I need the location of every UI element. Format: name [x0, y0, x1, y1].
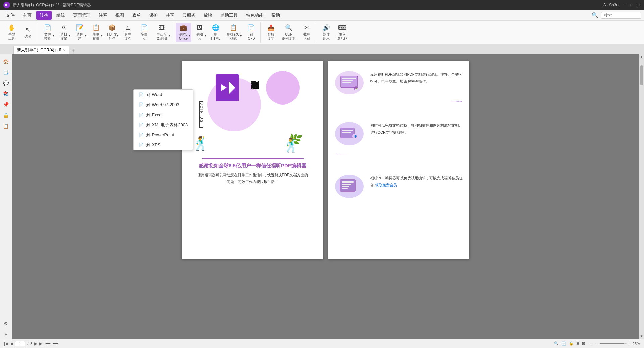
right-scrollbar[interactable]: ▲ ▼ — [639, 54, 644, 339]
from-create-button[interactable]: 📝 从创建 — [72, 23, 88, 42]
sidebar-icon-settings[interactable]: ⚙ — [1, 319, 11, 328]
dropdown-to-xps[interactable]: 📄 到 XPS — [134, 140, 193, 150]
last-page-button[interactable]: ▶| — [39, 341, 43, 346]
blank-page-button[interactable]: 📄 空白页 — [137, 23, 152, 42]
file-convert-button[interactable]: 📄 文件转换 — [40, 23, 55, 42]
dropdown-to-excel[interactable]: 📄 到 Excel — [134, 110, 193, 120]
ocr-label: OCR识别文本 — [282, 32, 296, 41]
to-ofd-button[interactable]: 📄 到OFD — [244, 23, 259, 42]
ocr-button[interactable]: 🔍 OCR识别文本 — [279, 23, 298, 42]
menu-share[interactable]: 共享 — [162, 11, 178, 20]
export-label: 导出全部副图 — [157, 32, 167, 41]
to-ms-office-button[interactable]: 💼 到MSOffice — [176, 23, 191, 42]
extract-text-label: 提取文字 — [268, 32, 274, 41]
menu-convert[interactable]: 转换 — [36, 11, 52, 20]
menu-help[interactable]: 帮助 — [268, 11, 283, 20]
pdf-container[interactable]: 欢迎来到福昕 JOIN US 🌿 🕺 🕺 感谢您如全球6.5亿用户一样信任福 — [12, 54, 639, 339]
scroll-up-button[interactable]: ▲ — [640, 55, 643, 59]
page2-content: ☕ 应用福昕PDF编辑器对PDF文档进行编辑、注释、合并和拆分、电子签章、加密解… — [328, 61, 469, 208]
menu-page[interactable]: 页面管理 — [70, 11, 94, 20]
file-convert-icon: 📄 — [44, 24, 51, 31]
dropdown-to-word[interactable]: 📄 到 Word — [134, 90, 193, 100]
sidebar-icon-home[interactable]: 🏠 — [1, 57, 11, 66]
next-page-button[interactable]: ▶ — [34, 341, 37, 346]
menu-file[interactable]: 文件 — [3, 11, 18, 20]
tab-pdf[interactable]: 新人引导(1)_OCR(4).pdf ✕ — [13, 46, 69, 54]
search-input[interactable] — [601, 12, 641, 19]
dropdown-to-powerpoint[interactable]: 📄 到 PowerPoint — [134, 130, 193, 140]
word-icon: 📄 — [139, 92, 144, 97]
form-convert-button[interactable]: 📋 表单转换 — [88, 23, 104, 42]
tab-close-button[interactable]: ✕ — [63, 48, 66, 52]
svg-rect-3 — [342, 80, 353, 81]
screenshot-button[interactable]: ✂ 截屏识别 — [299, 23, 314, 42]
menu-present[interactable]: 放映 — [200, 11, 216, 20]
close-button[interactable]: ✕ — [636, 3, 641, 7]
sidebar-icon-forms[interactable]: 📋 — [1, 121, 11, 131]
tab-add-button[interactable]: + — [69, 46, 77, 54]
zoom-control[interactable]: ─ + — [596, 342, 630, 346]
extract-text-button[interactable]: 📤 提取文字 — [263, 23, 279, 42]
hand-tool-button[interactable]: ✋ 手型工具 — [4, 23, 19, 42]
export-images-button[interactable]: 🖼 导出全部副图 — [153, 23, 171, 42]
status-icon-search[interactable]: 🔍 — [554, 341, 559, 346]
to-image-button[interactable]: 🖼 到图片 — [192, 23, 207, 42]
menu-protect[interactable]: 保护 — [146, 11, 161, 20]
read-aloud-button[interactable]: 🔊 朗读用水 — [319, 23, 334, 42]
extract-text-icon: 📤 — [267, 24, 275, 31]
sidebar-icon-attachments[interactable]: 📌 — [1, 100, 11, 109]
menu-view[interactable]: 视图 — [112, 11, 127, 20]
menu-feature[interactable]: 特色功能 — [243, 11, 267, 20]
menu-annotate[interactable]: 注释 — [95, 11, 111, 20]
merge-button[interactable]: 🗂 合并文档 — [120, 23, 136, 42]
activate-button[interactable]: ⌨ 输入激活码 — [335, 23, 350, 42]
window-controls[interactable]: ─ □ ✕ — [623, 3, 641, 7]
scroll-down-button[interactable]: ▼ — [640, 334, 643, 338]
sidebar-icon-comments[interactable]: 💬 — [1, 78, 11, 88]
status-icon-page[interactable]: 📄 — [561, 341, 566, 346]
sidebar-icon-pages[interactable]: 📑 — [1, 68, 11, 77]
status-icon-grid1[interactable]: ⊞ — [576, 341, 579, 346]
dropdown-to-xml[interactable]: 📄 到 XML电子表格2003 — [134, 120, 193, 130]
menu-edit[interactable]: 编辑 — [53, 11, 68, 20]
menu-cloud[interactable]: 云服务 — [179, 11, 199, 20]
scrollbar-thumb[interactable] — [640, 65, 643, 85]
sidebar-expand-button[interactable]: ▶ — [5, 332, 7, 336]
menu-form[interactable]: 表单 — [129, 11, 144, 20]
menu-search-area: 🔍 — [592, 12, 641, 19]
svg-rect-14 — [342, 184, 351, 185]
zoom-slider-fill — [600, 343, 624, 344]
to-format-button[interactable]: 📋 到抓它C格式 — [224, 23, 243, 42]
from-scanner-button[interactable]: 🖨 从扫描仪 — [56, 23, 71, 42]
zoom-out-button[interactable]: ─ — [596, 342, 598, 346]
status-icon-grid2[interactable]: ⊟ — [582, 341, 585, 346]
first-page-button[interactable]: |◀ — [4, 341, 8, 346]
sidebar-icon-security[interactable]: 🔒 — [1, 111, 11, 120]
status-icon-lock[interactable]: 🔒 — [569, 341, 574, 346]
tab-filename: 新人引导(1)_OCR(4).pdf — [17, 47, 61, 53]
menu-home[interactable]: 主页 — [19, 11, 35, 20]
to-image-icon: 🖼 — [197, 24, 203, 31]
dropdown-to-word-97[interactable]: 📄 到 Word 97-2003 — [134, 100, 193, 110]
circle-bg-small — [266, 71, 300, 105]
member-link[interactable]: 领取免费会员 — [375, 183, 397, 187]
page-number-input[interactable] — [15, 341, 25, 346]
to-html-button[interactable]: 🌐 到HTML — [208, 23, 223, 42]
package-icon: 📦 — [108, 24, 116, 31]
maximize-button[interactable]: □ — [629, 3, 634, 7]
next-view-button[interactable]: ⟶ — [53, 341, 58, 346]
zoom-slider[interactable] — [600, 343, 627, 344]
prev-page-button[interactable]: ◀ — [10, 341, 13, 346]
sidebar-icon-bookmarks[interactable]: 📚 — [1, 89, 11, 98]
zoom-in-button[interactable]: + — [628, 342, 630, 346]
minimize-button[interactable]: ─ — [623, 3, 627, 7]
toolbar-group-ocr: 📤 提取文字 🔍 OCR识别文本 ✂ 截屏识别 — [262, 22, 316, 43]
select-tool-button[interactable]: ↖ 选择 — [20, 23, 36, 42]
prev-view-button[interactable]: ⟵ — [45, 341, 51, 346]
pdf-package-button[interactable]: 📦 PDF文件包 — [104, 23, 120, 42]
form-icon: 📋 — [92, 24, 100, 31]
scanner-icon: 🖨 — [61, 24, 67, 31]
toolbar-group-office: 💼 到MSOffice 🖼 到图片 🌐 到HTML 📋 到抓它C格式 📄 到OF… — [174, 22, 261, 43]
svg-rect-13 — [342, 181, 354, 183]
menu-assist[interactable]: 辅助工具 — [217, 11, 241, 20]
